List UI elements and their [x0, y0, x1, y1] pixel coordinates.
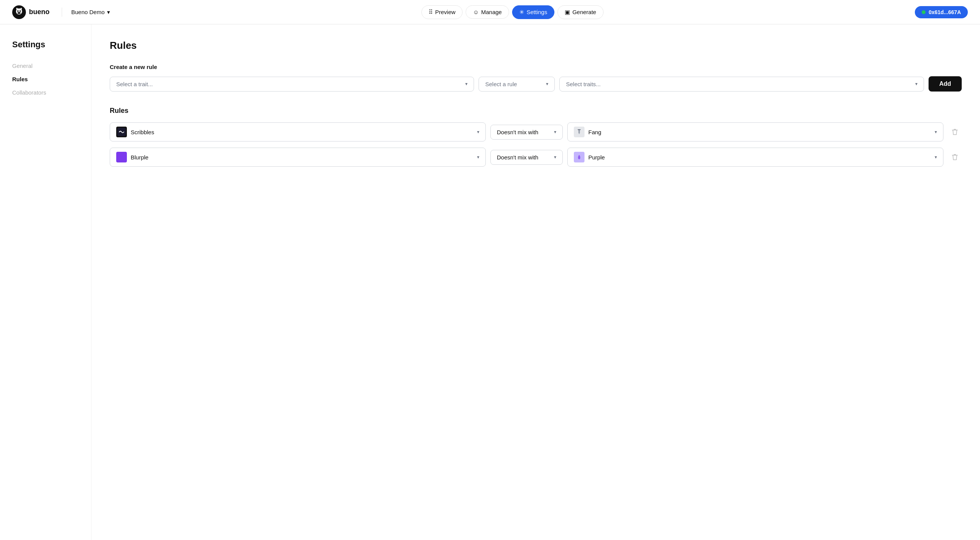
create-rule-row: Select a trait... ▾ Select a rule ▾ Sele… — [110, 76, 962, 92]
svg-point-2 — [17, 10, 19, 12]
trait-inner-1: Scribbles — [116, 127, 154, 137]
workspace-chevron-icon: ▾ — [107, 9, 110, 16]
svg-point-3 — [19, 10, 21, 12]
add-rule-button[interactable]: Add — [929, 76, 962, 92]
blurple-trait-icon — [116, 152, 127, 162]
main-layout: Settings General Rules Collaborators Rul… — [0, 24, 980, 540]
rule-trait-select-2[interactable]: Blurple ▾ — [110, 148, 486, 167]
trash-icon — [951, 128, 959, 136]
create-rule-type-select[interactable]: Select a rule ▾ — [479, 77, 555, 92]
create-rule-placeholder: Select a rule — [485, 81, 517, 87]
wallet-button[interactable]: 0x61d...667A — [915, 6, 968, 18]
purple-trait-icon — [574, 152, 584, 162]
svg-point-4 — [18, 12, 21, 14]
chevron-down-icon: ▾ — [465, 81, 468, 87]
page-title: Rules — [110, 40, 962, 51]
delete-rule-button-1[interactable] — [948, 127, 962, 137]
chevron-down-icon: ▾ — [935, 129, 937, 135]
main-content: Rules Create a new rule Select a trait..… — [91, 24, 980, 540]
settings-icon: ✳ — [519, 9, 524, 16]
rule-target-select-2[interactable]: Purple ▾ — [567, 148, 943, 167]
chevron-down-icon: ▾ — [546, 81, 548, 87]
chevron-down-icon: ▾ — [915, 81, 918, 87]
fang-trait-icon — [574, 127, 584, 137]
workspace-selector[interactable]: Bueno Demo ▾ — [71, 9, 110, 16]
sidebar-item-rules[interactable]: Rules — [12, 74, 79, 85]
create-traits-placeholder: Select traits... — [566, 81, 600, 87]
rule-trait-select-1[interactable]: Scribbles ▾ — [110, 122, 486, 141]
create-targets-select[interactable]: Select traits... ▾ — [559, 77, 924, 92]
header-divider — [62, 8, 62, 17]
target-inner-2: Purple — [574, 152, 605, 162]
rule-type-label-1: Doesn't mix with — [497, 129, 538, 135]
sidebar-item-collaborators[interactable]: Collaborators — [12, 87, 79, 98]
trash-icon — [951, 153, 959, 161]
delete-rule-button-2[interactable] — [948, 152, 962, 162]
scribbles-trait-icon — [116, 127, 127, 137]
header: bueno Bueno Demo ▾ ⠿ Preview ☺ Manage ✳ … — [0, 0, 980, 24]
rule-target-select-1[interactable]: Fang ▾ — [567, 122, 943, 141]
nav-generate[interactable]: ▣ Generate — [557, 5, 604, 19]
create-trait-placeholder: Select a trait... — [116, 81, 153, 87]
chevron-down-icon: ▾ — [554, 129, 556, 135]
create-trait-select[interactable]: Select a trait... ▾ — [110, 77, 474, 92]
target-inner-1: Fang — [574, 127, 601, 137]
nav-manage[interactable]: ☺ Manage — [466, 5, 509, 19]
rule-type-select-1[interactable]: Doesn't mix with ▾ — [490, 125, 563, 140]
grid-icon: ⠿ — [429, 9, 433, 16]
wallet-address: 0x61d...667A — [929, 9, 961, 15]
rules-section-title: Rules — [110, 107, 962, 115]
manage-icon: ☺ — [473, 9, 479, 15]
rule-type-select-2[interactable]: Doesn't mix with ▾ — [490, 150, 563, 165]
trait-inner-2: Blurple — [116, 152, 149, 162]
sidebar-item-general[interactable]: General — [12, 60, 79, 71]
wallet-status-dot — [922, 10, 926, 14]
create-rule-label: Create a new rule — [110, 64, 962, 70]
logo-area[interactable]: bueno — [12, 5, 50, 19]
target-label-1: Fang — [588, 129, 601, 135]
svg-rect-9 — [578, 129, 581, 130]
nav-preview[interactable]: ⠿ Preview — [421, 5, 463, 19]
trait-label-2: Blurple — [131, 154, 149, 161]
chevron-down-icon: ▾ — [477, 154, 479, 160]
chevron-down-icon: ▾ — [554, 154, 556, 160]
rule-type-label-2: Doesn't mix with — [497, 154, 538, 161]
rule-row: Scribbles ▾ Doesn't mix with ▾ Fang ▾ — [110, 122, 962, 141]
generate-icon: ▣ — [565, 9, 570, 16]
svg-rect-10 — [117, 153, 126, 161]
main-nav: ⠿ Preview ☺ Manage ✳ Settings ▣ Generate — [116, 5, 909, 19]
chevron-down-icon: ▾ — [935, 154, 937, 160]
sidebar-title: Settings — [12, 40, 79, 50]
nav-settings[interactable]: ✳ Settings — [512, 5, 554, 19]
workspace-name: Bueno Demo — [71, 9, 105, 15]
trait-label-1: Scribbles — [131, 129, 154, 135]
sidebar: Settings General Rules Collaborators — [0, 24, 91, 540]
chevron-down-icon: ▾ — [477, 129, 479, 135]
rule-row: Blurple ▾ Doesn't mix with ▾ Purple ▾ — [110, 148, 962, 167]
logo-text: bueno — [29, 8, 50, 16]
target-label-2: Purple — [588, 154, 605, 161]
logo-icon — [12, 5, 26, 19]
